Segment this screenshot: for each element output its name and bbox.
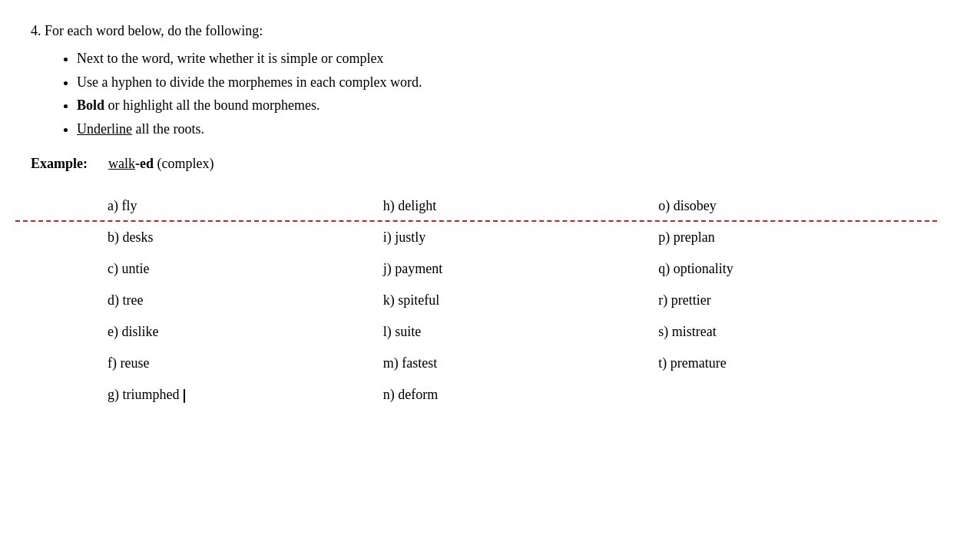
- word-cell-c: c) untie: [108, 253, 383, 285]
- word-label-p: p) preplan: [658, 229, 714, 245]
- word-cell-p: p) preplan: [658, 222, 934, 253]
- word-cell-n: n) deform: [383, 379, 659, 411]
- word-label-a: a) fly: [108, 198, 137, 213]
- word-label-o: o) disobey: [658, 198, 717, 213]
- word-cell-o: o) disobey: [658, 190, 934, 222]
- word-cell-m: m) fastest: [383, 348, 659, 379]
- word-label-b: b) desks: [108, 229, 154, 245]
- word-label-t: t) premature: [658, 355, 726, 371]
- word-grid: a) fly h) delight o) disobey b) desks i)…: [108, 190, 934, 411]
- word-label-s: s) mistreat: [658, 324, 716, 339]
- word-cell-e: e) dislike: [108, 316, 383, 348]
- example-suffix: -ed: [135, 156, 154, 171]
- word-cell-d: d) tree: [108, 285, 383, 316]
- word-label-m: m) fastest: [383, 355, 437, 371]
- word-label-d: d) tree: [108, 292, 143, 308]
- word-label-q: q) optionality: [658, 261, 733, 276]
- example-word: walk: [108, 156, 135, 171]
- example-label: Example:: [31, 156, 88, 171]
- word-cell-g: g) triumphed: [108, 379, 383, 411]
- word-cell-r: r) prettier: [658, 285, 934, 316]
- word-cell-q: q) optionality: [658, 253, 934, 285]
- word-label-i: i) justly: [383, 229, 426, 245]
- question-header: 4. For each word below, do the following…: [31, 23, 949, 39]
- bullet-1: Next to the word, write whether it is si…: [77, 47, 949, 71]
- word-cell-k: k) spiteful: [383, 285, 659, 316]
- word-label-f: f) reuse: [108, 355, 149, 371]
- underline-label: Underline: [77, 121, 132, 137]
- word-label-n: n) deform: [383, 387, 438, 402]
- example-line: Example: walk-ed (complex): [31, 156, 949, 172]
- word-cell-empty: [658, 379, 934, 411]
- question-section: 4. For each word below, do the following…: [31, 23, 949, 411]
- word-cell-t: t) premature: [658, 348, 934, 379]
- bullet-4: Underline all the roots.: [77, 117, 949, 141]
- word-label-j: j) payment: [383, 261, 442, 276]
- word-cell-j: j) payment: [383, 253, 659, 285]
- question-intro: For each word below, do the following:: [45, 23, 263, 38]
- word-cell-f: f) reuse: [108, 348, 383, 379]
- word-cell-s: s) mistreat: [658, 316, 934, 348]
- word-label-e: e) dislike: [108, 324, 158, 339]
- word-label-l: l) suite: [383, 324, 422, 339]
- question-number: 4.: [31, 23, 41, 38]
- word-label-c: c) untie: [108, 261, 149, 276]
- word-cell-l: l) suite: [383, 316, 659, 348]
- word-cell-a: a) fly: [108, 190, 383, 222]
- word-cell-h: h) delight: [383, 190, 659, 222]
- word-label-h: h) delight: [383, 198, 437, 213]
- word-label-g: g) triumphed: [108, 387, 179, 402]
- bold-label: Bold: [77, 97, 104, 113]
- bullet-3: Bold or highlight all the bound morpheme…: [77, 94, 949, 117]
- bullet-2: Use a hyphen to divide the morphemes in …: [77, 71, 949, 94]
- instruction-list: Next to the word, write whether it is si…: [77, 47, 949, 140]
- word-cell-i: i) justly: [383, 222, 659, 253]
- word-label-r: r) prettier: [658, 292, 710, 308]
- word-label-k: k) spiteful: [383, 292, 440, 308]
- text-cursor: [180, 389, 185, 403]
- word-cell-b: b) desks: [108, 222, 383, 253]
